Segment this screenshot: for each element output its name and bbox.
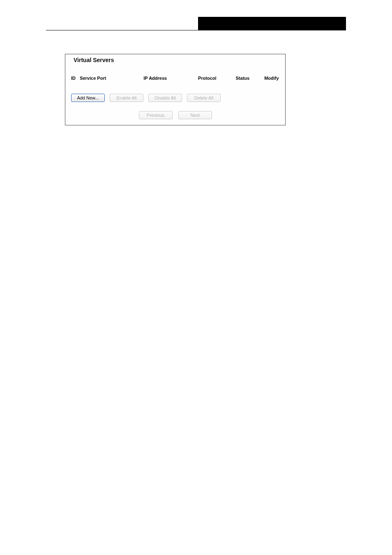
col-protocol: Protocol	[188, 76, 226, 81]
col-id: ID	[66, 76, 79, 81]
header-black-band	[198, 17, 346, 30]
action-button-row: Add New... Enable All Disable All Delete…	[65, 94, 285, 102]
previous-button[interactable]: Previous	[139, 111, 173, 119]
header-divider	[46, 30, 346, 30]
enable-all-button[interactable]: Enable All	[110, 94, 143, 102]
col-ip-address: IP Address	[123, 76, 187, 81]
virtual-servers-table: ID Service Port IP Address Protocol Stat…	[65, 75, 285, 81]
disable-all-button[interactable]: Disable All	[148, 94, 182, 102]
add-new-button[interactable]: Add New...	[71, 94, 105, 102]
pager-row: Previous Next	[65, 111, 285, 119]
col-modify: Modify	[259, 76, 284, 81]
col-status: Status	[227, 76, 258, 81]
panel-title: Virtual Servers	[74, 57, 285, 63]
next-button[interactable]: Next	[178, 111, 212, 119]
delete-all-button[interactable]: Delete All	[187, 94, 221, 102]
virtual-servers-panel: Virtual Servers ID Service Port IP Addre…	[65, 54, 286, 125]
col-service-port: Service Port	[80, 76, 122, 81]
